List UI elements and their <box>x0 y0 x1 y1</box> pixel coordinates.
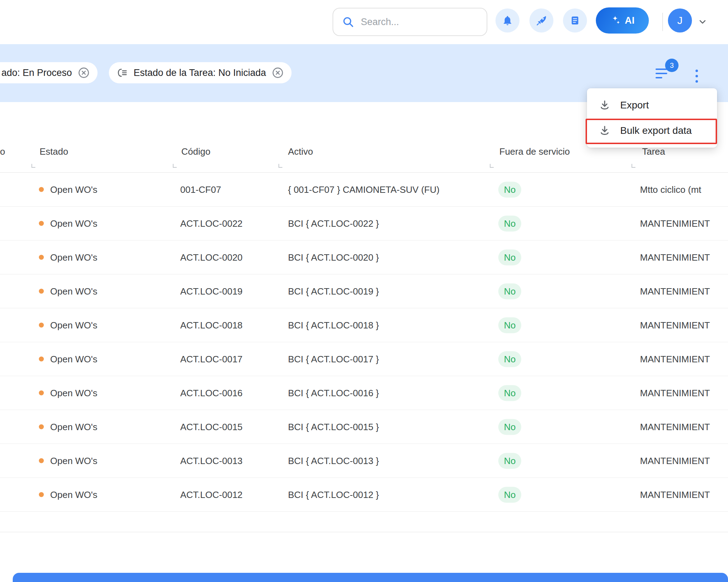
estado-cell: Open WO's <box>39 184 98 195</box>
fuera-de-servicio-cell: No <box>498 487 521 503</box>
activo-cell: BCI { ACT.LOC-0019 } <box>288 286 379 297</box>
estado-cell: Open WO's <box>39 252 98 263</box>
header-divider <box>662 13 663 31</box>
fuera-de-servicio-badge: No <box>498 249 521 265</box>
column-header-activo[interactable]: Activo <box>288 146 313 157</box>
activo-cell: BCI { ACT.LOC-0017 } <box>288 354 379 364</box>
estado-label: Open WO's <box>50 320 98 331</box>
search-box[interactable] <box>333 8 487 36</box>
avatar-initial: J <box>677 14 683 26</box>
close-icon[interactable] <box>272 67 284 79</box>
search-input[interactable] <box>361 17 467 28</box>
table-row[interactable]: Open WO's ACT.LOC-0018 BCI { ACT.LOC-001… <box>0 308 728 342</box>
fuera-de-servicio-badge: No <box>498 215 521 231</box>
column-header-estado[interactable]: Estado <box>40 146 68 157</box>
activo-cell: BCI { ACT.LOC-0015 } <box>288 421 379 432</box>
estado-label: Open WO's <box>50 455 98 466</box>
fuera-de-servicio-cell: No <box>498 351 521 367</box>
codigo-cell: ACT.LOC-0022 <box>180 218 242 229</box>
codigo-cell: ACT.LOC-0017 <box>180 354 242 364</box>
estado-cell: Open WO's <box>39 354 98 364</box>
status-dot-icon <box>39 424 44 429</box>
codigo-cell: ACT.LOC-0012 <box>180 489 242 500</box>
status-dot-icon <box>39 289 44 294</box>
menu-item-bulk-export[interactable]: Bulk export data <box>587 118 717 143</box>
activo-cell: BCI { ACT.LOC-0022 } <box>288 218 379 229</box>
column-header-fuera-de-servicio[interactable]: Fuera de servicio <box>499 146 570 157</box>
launch-button[interactable] <box>529 8 553 32</box>
codigo-cell: 001-CF07 <box>180 184 221 195</box>
fuera-de-servicio-badge: No <box>498 385 521 401</box>
user-avatar[interactable]: J <box>668 8 692 32</box>
status-dot-icon <box>39 458 44 463</box>
estado-label: Open WO's <box>50 184 98 195</box>
menu-item-label: Bulk export data <box>620 125 692 136</box>
filter-button[interactable]: 3 <box>652 58 685 89</box>
tarea-cell: MANTENIMIENT <box>640 455 710 466</box>
documents-button[interactable] <box>563 8 587 32</box>
estado-cell: Open WO's <box>39 218 98 229</box>
estado-cell: Open WO's <box>39 421 98 432</box>
codigo-cell: ACT.LOC-0015 <box>180 421 242 432</box>
table-row[interactable]: Open WO's ACT.LOC-0017 BCI { ACT.LOC-001… <box>0 342 728 376</box>
more-options-button[interactable] <box>689 65 704 87</box>
column-header-codigo[interactable]: Código <box>181 146 210 157</box>
table-row[interactable]: Open WO's ACT.LOC-0020 BCI { ACT.LOC-002… <box>0 240 728 274</box>
fuera-de-servicio-badge: No <box>498 487 521 503</box>
tarea-cell: MANTENIMIENT <box>640 387 710 398</box>
fuera-de-servicio-badge: No <box>498 453 521 469</box>
column-resize-handle[interactable] <box>173 164 177 168</box>
fuera-de-servicio-badge: No <box>498 419 521 435</box>
codigo-cell: ACT.LOC-0020 <box>180 252 242 263</box>
activo-cell: BCI { ACT.LOC-0013 } <box>288 455 379 466</box>
fuera-de-servicio-cell: No <box>498 215 521 231</box>
column-resize-handle[interactable] <box>632 164 635 168</box>
table-row[interactable]: Open WO's ACT.LOC-0019 BCI { ACT.LOC-001… <box>0 274 728 308</box>
estado-label: Open WO's <box>50 218 98 229</box>
fuera-de-servicio-cell: No <box>498 283 521 299</box>
table-row[interactable]: Open WO's ACT.LOC-0013 BCI { ACT.LOC-001… <box>0 444 728 478</box>
filter-chip-tarea[interactable]: Estado de la Tarea: No Iniciada <box>109 62 292 83</box>
table-row[interactable]: Open WO's ACT.LOC-0015 BCI { ACT.LOC-001… <box>0 410 728 444</box>
sparkle-icon <box>610 15 621 26</box>
ai-button-label: AI <box>625 15 635 26</box>
table-row[interactable]: Open WO's ACT.LOC-0012 BCI { ACT.LOC-001… <box>0 478 728 512</box>
fuera-de-servicio-badge: No <box>498 317 521 333</box>
tarea-cell: MANTENIMIENT <box>640 320 710 331</box>
fuera-de-servicio-badge: No <box>498 283 521 299</box>
estado-cell: Open WO's <box>39 286 98 297</box>
rocket-icon <box>535 14 547 26</box>
tarea-cell: MANTENIMIENT <box>640 354 710 364</box>
filter-chip-label: ado: En Proceso <box>1 67 72 78</box>
column-header-tarea[interactable]: Tarea <box>642 146 665 157</box>
filter-chip-estado[interactable]: ado: En Proceso <box>0 62 98 83</box>
download-icon <box>598 124 611 137</box>
table-end-divider <box>0 532 728 532</box>
fuera-de-servicio-badge: No <box>498 182 521 197</box>
fuera-de-servicio-cell: No <box>498 182 521 197</box>
table-row[interactable]: Open WO's ACT.LOC-0016 BCI { ACT.LOC-001… <box>0 376 728 410</box>
column-resize-handle[interactable] <box>490 164 494 168</box>
fuera-de-servicio-badge: No <box>498 351 521 367</box>
estado-label: Open WO's <box>50 489 98 500</box>
tarea-cell: MANTENIMIENT <box>640 252 710 263</box>
column-resize-handle[interactable] <box>31 164 35 168</box>
status-dot-icon <box>39 187 44 192</box>
export-menu: Export Bulk export data <box>587 88 717 148</box>
close-icon[interactable] <box>78 67 90 79</box>
status-dot-icon <box>39 255 44 260</box>
column-resize-handle[interactable] <box>278 164 282 168</box>
status-dot-icon <box>39 492 44 497</box>
table-row[interactable]: Open WO's 001-CF07 { 001-CF07 } CAMIONET… <box>0 173 728 207</box>
top-header: AI J <box>0 0 728 44</box>
document-icon <box>569 15 581 26</box>
estado-cell: Open WO's <box>39 455 98 466</box>
ai-button[interactable]: AI <box>596 7 649 34</box>
filter-count-badge: 3 <box>665 59 679 72</box>
chevron-down-icon[interactable] <box>698 17 708 28</box>
tarea-cell: MANTENIMIENT <box>640 489 710 500</box>
table-row[interactable]: Open WO's ACT.LOC-0022 BCI { ACT.LOC-002… <box>0 207 728 240</box>
notifications-button[interactable] <box>495 8 519 32</box>
fuera-de-servicio-cell: No <box>498 419 521 435</box>
menu-item-export[interactable]: Export <box>587 93 717 118</box>
